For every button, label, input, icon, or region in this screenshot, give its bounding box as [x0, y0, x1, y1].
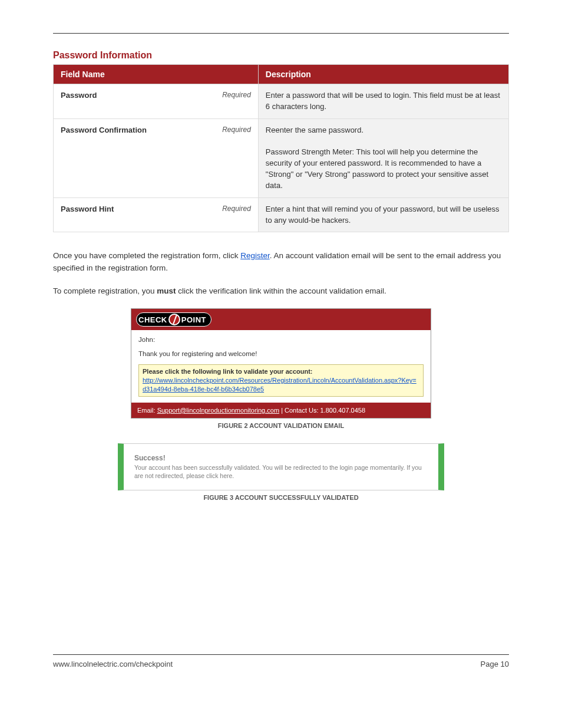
success-figure: Success! Your account has been successfu…: [118, 443, 444, 490]
support-email-link[interactable]: Support@lincolnproductionmonitoring.com: [157, 407, 279, 414]
bottom-rule: [53, 654, 509, 655]
email-header: CHECKPOINT: [131, 309, 431, 330]
callout-title: Please click the following link to valid…: [143, 368, 313, 375]
email-callout: Please click the following link to valid…: [138, 364, 424, 397]
footer-url: www.lincolnelectric.com/checkpoint: [53, 660, 173, 668]
validation-email-figure: CHECKPOINT John: Thank you for registeri…: [131, 308, 431, 419]
field-name: Password Confirmation: [61, 125, 147, 136]
success-message: Your account has been successfully valid…: [134, 463, 428, 480]
required-label: Required: [222, 204, 251, 215]
figure-caption-1: FIGURE 2 ACCOUNT VALIDATION EMAIL: [53, 422, 509, 429]
password-fields-table: Field Name Description PasswordRequired …: [53, 64, 509, 232]
table-row: PasswordRequired Enter a password that w…: [54, 84, 509, 119]
figure-caption-2: FIGURE 3 ACCOUNT SUCCESSFULLY VALIDATED: [53, 494, 509, 501]
field-desc: Enter a hint that will remind you of you…: [258, 197, 508, 232]
email-footer: Email: Support@lincolnproductionmonitori…: [131, 403, 431, 418]
table-row: Password ConfirmationRequired Reenter th…: [54, 118, 509, 197]
register-link[interactable]: Register: [240, 251, 270, 260]
email-thanks: Thank you for registering and welcome!: [138, 350, 424, 357]
top-rule: [53, 33, 509, 34]
contact-phone: 1.800.407.0458: [320, 407, 365, 414]
page-number: Page 10: [481, 660, 509, 668]
required-label: Required: [222, 90, 251, 101]
col-description: Description: [258, 65, 508, 84]
instruction-para-2: To complete registration, you must click…: [53, 285, 509, 298]
table-row: Password HintRequired Enter a hint that …: [54, 197, 509, 232]
validation-link[interactable]: http://www.lincolncheckpoint.com/Resourc…: [143, 377, 416, 393]
field-desc: Reenter the same password. Password Stre…: [258, 118, 508, 197]
email-greeting: John:: [138, 336, 424, 343]
logo-slash-icon: [168, 314, 180, 325]
field-name: Password: [61, 90, 97, 101]
field-name: Password Hint: [61, 204, 114, 215]
field-desc: Enter a password that will be used to lo…: [258, 84, 508, 119]
success-title: Success!: [134, 453, 428, 463]
checkpoint-logo: CHECKPOINT: [136, 312, 211, 327]
required-label: Required: [222, 125, 251, 136]
col-field-name: Field Name: [54, 65, 259, 84]
instruction-para-1: Once you have completed the registration…: [53, 250, 509, 275]
section-heading: Password Information: [53, 50, 509, 61]
